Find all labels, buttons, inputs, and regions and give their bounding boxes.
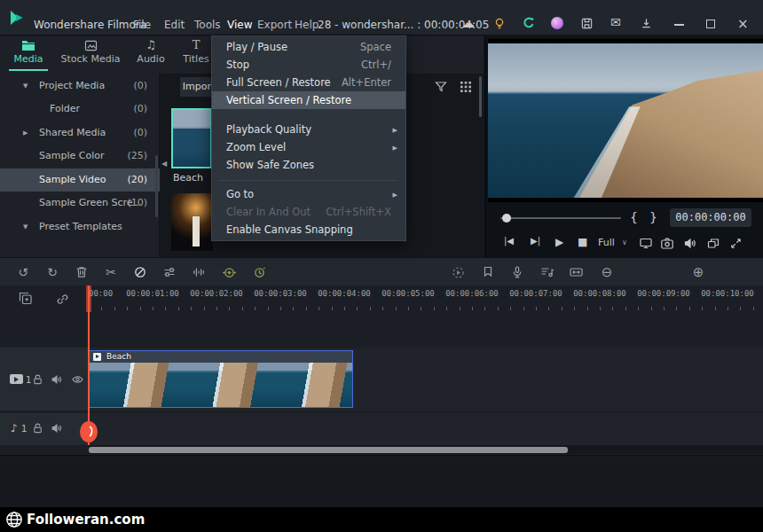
audio-note-icon: ♫ [146,38,156,51]
menu-view[interactable]: View [227,19,252,31]
maximize-button[interactable] [704,18,719,30]
menu-item-go-to[interactable]: Go to ▶ [212,185,405,203]
split-scissors-icon[interactable]: ✂ [104,265,118,279]
support-headset-icon[interactable] [522,16,536,30]
colored-sphere-icon[interactable] [551,17,563,29]
media-item-label: Beach [173,172,203,184]
menu-edit[interactable]: Edit [164,19,185,31]
menu-item-enable-canvas-snapping[interactable]: Enable Canvas Snapping [212,221,405,239]
minimize-button[interactable] [673,18,687,30]
sidebar-item-sample-green-screen[interactable]: Sample Green Scre... (10) [0,192,160,215]
submenu-arrow-icon: ▶ [393,139,397,157]
playback-quality-select[interactable]: Full [598,237,615,248]
panel-collapse-icon[interactable]: ◀ [161,160,167,168]
next-frame-button[interactable]: ▶| [531,236,540,246]
clip-filmstrip [90,363,352,407]
sidebar-item-sample-color[interactable]: Sample Color (25) [0,145,160,168]
previous-frame-button[interactable]: |◀ [504,236,514,246]
timeline-clip-beach[interactable]: Beach [89,350,353,408]
crop-icon[interactable] [133,265,147,279]
preview-video[interactable] [488,39,763,202]
display-device-icon[interactable] [639,237,653,250]
menu-item-play-pause[interactable]: Play / Pause Space [212,38,405,56]
lock-icon[interactable] [32,422,43,434]
marker-icon[interactable] [481,265,495,279]
zoom-out-icon[interactable]: ⊖ [600,265,614,279]
video-track-number: 1 [26,375,31,385]
audio-denoise-icon[interactable] [192,265,206,279]
keyframe-icon[interactable] [222,265,236,279]
grid-view-icon[interactable] [459,80,473,94]
sidebar-scrollbar[interactable] [155,155,158,217]
media-panel-scrollbar[interactable] [479,76,482,117]
media-item-thumbnail-2[interactable] [171,193,213,251]
chevron-down-icon: ∨ [622,239,627,246]
menu-file[interactable]: File [133,19,151,31]
detach-window-icon[interactable] [706,237,720,250]
eye-visibility-icon[interactable] [71,373,84,386]
sidebar-item-shared-media[interactable]: ▶ Shared Media (0) [0,121,160,145]
tab-media[interactable]: Media [7,39,50,65]
play-button[interactable]: ▶ [555,236,563,248]
mute-speaker-icon[interactable] [51,373,63,386]
sidebar-item-folder[interactable]: Folder (0) [0,98,160,121]
menu-export[interactable]: Export [257,19,292,31]
media-sidebar: ▼ Project Media (0) Folder (0) ▶ Shared … [0,74,160,257]
tab-audio[interactable]: ♫ Audio [130,39,172,65]
lightbulb-icon[interactable] [492,16,507,31]
menu-item-stop[interactable]: Stop Ctrl+/ [212,56,405,74]
menu-item-playback-quality[interactable]: Playback Quality ▶ [212,121,405,138]
sidebar-item-sample-video[interactable]: Sample Video (20) [0,168,160,192]
tab-stock-media[interactable]: Stock Media [57,39,124,65]
record-voiceover-mic-icon[interactable] [510,265,524,279]
adjust-sliders-icon[interactable] [162,265,177,279]
menu-item-show-safe-zones[interactable]: Show Safe Zones [212,156,405,174]
mark-in-button[interactable]: { [630,210,638,224]
fullscreen-expand-icon[interactable] [729,237,743,250]
timeline-scrollbar-thumb[interactable] [89,447,568,453]
download-icon[interactable] [640,17,653,30]
tab-titles[interactable]: T Titles [177,39,215,65]
app-title: Wondershare Filmora [34,19,146,31]
filmora-logo-icon [9,10,27,26]
watermark-bar: Followeran.com [0,507,763,532]
playback-controls: |◀ ▶| ▶ ■ Full ∨ [486,231,763,257]
clip-play-icon [93,353,101,361]
filter-icon[interactable] [434,80,448,94]
menu-tools[interactable]: Tools [194,19,221,31]
menu-item-full-screen-restore[interactable]: Full Screen / Restore Alt+Enter [212,74,405,91]
preview-panel: { } 00:00:00:00 |◀ ▶| ▶ ■ Full ∨ [484,36,763,257]
timeline-ruler[interactable]: 00:00 00:00:01:00 00:00:02:00 00:00:03:0… [0,286,763,312]
undo-icon[interactable]: ↺ [16,265,30,279]
sidebar-item-project-media[interactable]: ▼ Project Media (0) [0,74,160,98]
delete-icon[interactable] [75,265,89,279]
media-item-beach-thumbnail[interactable] [171,108,212,168]
audio-mixer-icon[interactable] [539,265,554,279]
fit-timeline-icon[interactable] [569,265,583,279]
audio-track-number: 1 [21,424,27,434]
scrubber-handle[interactable] [502,214,511,223]
mail-icon[interactable]: ✉ [610,15,621,29]
zoom-in-icon[interactable]: ⊕ [691,265,705,279]
render-preview-icon[interactable] [451,265,465,279]
speaker-icon[interactable] [683,237,697,250]
mark-out-button[interactable]: } [649,210,657,224]
cloud-icon[interactable]: ☁ [461,15,475,31]
lock-icon[interactable] [32,373,43,386]
playhead-handle[interactable] [79,421,98,442]
menu-help[interactable]: Help [295,19,319,31]
snapshot-camera-icon[interactable] [660,237,674,250]
timeline-scrollbar-track[interactable] [89,445,763,454]
close-button[interactable]: × [737,18,751,30]
menu-item-vertical-screen-restore[interactable]: Vertical Screen / Restore [212,91,405,109]
stop-button[interactable]: ■ [578,236,587,248]
menu-item-zoom-level[interactable]: Zoom Level ▶ [212,138,405,156]
titles-T-icon: T [193,38,201,51]
sidebar-item-preset-templates[interactable]: ▼ Preset Templates [0,215,160,239]
redo-icon[interactable]: ↻ [45,265,59,279]
mute-speaker-icon[interactable] [51,422,63,434]
speed-icon[interactable] [252,265,266,279]
save-icon[interactable] [580,17,594,30]
scrubber-track[interactable] [500,217,621,219]
audio-track[interactable]: ♪ 1 [0,413,763,445]
